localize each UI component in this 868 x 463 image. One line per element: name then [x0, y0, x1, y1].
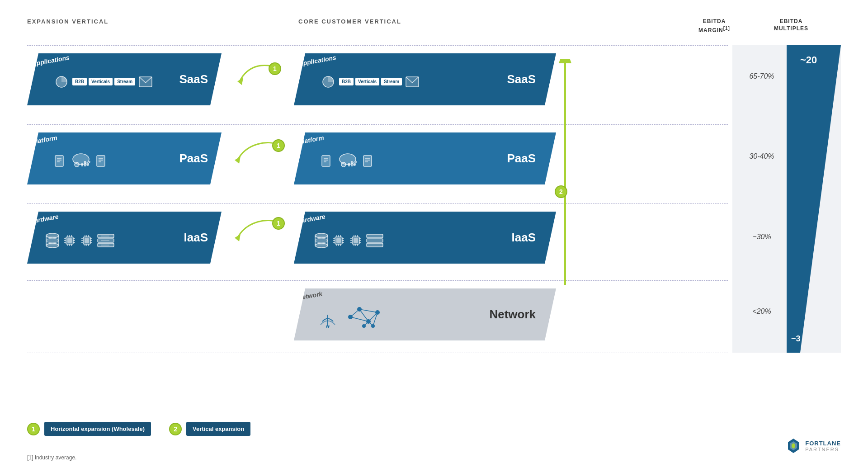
mail-icon-exp-saas: [139, 76, 152, 87]
docs-icon-core: [321, 155, 334, 167]
docs-icon: [54, 155, 67, 167]
brand-text-container: FORTLANE PARTNERS: [805, 440, 841, 452]
arrow-iaas: 1: [228, 213, 287, 256]
core-paas-service: PaaS: [507, 151, 536, 165]
antenna-icon: [319, 306, 337, 328]
svg-point-28: [341, 162, 346, 167]
pie-chart-icon-core: [321, 75, 335, 89]
svg-rect-30: [351, 161, 353, 166]
core-network-label: Network: [297, 290, 323, 301]
exp-paas-icons: [54, 152, 108, 170]
exp-iaas-service: IaaS: [184, 231, 208, 245]
exp-paas-label: Platform: [31, 134, 58, 146]
svg-point-84: [315, 238, 328, 243]
divider-top: [27, 45, 728, 46]
database-icon-core: [314, 232, 329, 249]
svg-rect-29: [348, 163, 350, 166]
svg-rect-45: [67, 238, 72, 243]
badge-paas: 1: [272, 139, 285, 152]
exp-saas-tags: B2B Verticals Stream: [72, 78, 135, 85]
badge-2: 2: [555, 185, 567, 198]
chip-icon-core-2: [349, 233, 363, 248]
svg-rect-100: [354, 238, 358, 243]
badge-2-circle: 2: [555, 185, 567, 198]
divider-bottom: [27, 353, 728, 353]
exp-saas-icons: B2B Verticals Stream: [54, 75, 152, 89]
badge-saas: 1: [269, 62, 281, 75]
arrow-saas: 1: [231, 59, 285, 102]
svg-rect-23: [322, 156, 330, 166]
header-ebitda-margin: EBITDAMARGIN[1]: [692, 18, 737, 34]
svg-rect-113: [367, 234, 383, 238]
tag-verticals: Verticals: [89, 78, 113, 85]
tag-b2b: B2B: [72, 78, 87, 85]
svg-rect-18: [97, 156, 105, 166]
chip-icon: [62, 233, 77, 248]
svg-point-81: [315, 243, 328, 248]
legend-item-1: 1 Horizontal expansion (Wholesale): [27, 422, 151, 436]
divider-3: [27, 280, 728, 281]
core-network-service: Network: [489, 307, 536, 321]
server-icon-core: [366, 233, 384, 248]
legend-badge-1: 1: [27, 423, 40, 435]
svg-rect-34: [363, 156, 372, 166]
svg-rect-115: [367, 243, 383, 247]
core-saas-label: Applications: [298, 54, 337, 67]
expansion-paas-block: Platform: [27, 132, 222, 184]
svg-marker-22: [235, 156, 241, 164]
core-saas-block: Applications B2B Verticals Stream: [294, 53, 556, 105]
badge-1-iaas: 1: [272, 217, 285, 230]
core-tag-stream: Stream: [381, 78, 402, 85]
core-paas-icons: [321, 152, 374, 170]
svg-rect-114: [367, 239, 383, 242]
badge-1-paas: 1: [272, 139, 285, 152]
legend-label-2: Vertical expansion: [186, 422, 250, 436]
core-iaas-block: Hardware: [294, 212, 556, 264]
legend-label-1: Horizontal expansion (Wholesale): [44, 422, 151, 436]
teal-wedge: ~20 ~3: [787, 45, 841, 353]
core-tag-verticals: Verticals: [355, 78, 379, 85]
ebitda-network: <20%: [741, 307, 782, 316]
exp-saas-label: Applications: [31, 54, 70, 67]
brand-logo: [785, 438, 802, 454]
brand-sub: PARTNERS: [805, 447, 841, 452]
header-expansion: EXPANSION VERTICAL: [27, 18, 108, 25]
header-core: CORE CUSTOMER VERTICAL: [298, 18, 401, 25]
docs-icon-2-core: [362, 155, 374, 167]
svg-marker-134: [787, 45, 841, 353]
svg-line-126: [350, 309, 359, 317]
core-tag-b2b: B2B: [339, 78, 354, 85]
core-saas-icons: B2B Verticals Stream: [321, 75, 419, 89]
diagram-area: Applications B2B Verticals Stream: [27, 45, 841, 400]
footnote: [1] Industry average.: [27, 454, 76, 461]
ebitda-iaas: ~30%: [741, 233, 782, 241]
brand-name: FORTLANE: [805, 440, 841, 447]
chip-icon-2: [80, 233, 94, 248]
svg-point-40: [46, 243, 59, 248]
multiple-bottom: ~3: [791, 334, 801, 344]
exp-saas-service: SaaS: [179, 72, 208, 86]
arrow-paas: 1: [228, 136, 287, 179]
exp-iaas-label: Hardware: [29, 213, 59, 225]
badge-iaas: 1: [272, 217, 285, 230]
page-container: EXPANSION VERTICAL CORE CUSTOMER VERTICA…: [0, 0, 868, 463]
svg-line-132: [368, 321, 373, 326]
badge-1-saas: 1: [269, 62, 281, 75]
expansion-iaas-block: Hardware: [27, 212, 222, 264]
core-iaas-label: Hardware: [296, 213, 326, 225]
chip-icon-core-1: [331, 233, 346, 248]
legend-item-2: 2 Vertical expansion: [169, 422, 250, 436]
tag-stream: Stream: [114, 78, 135, 85]
core-iaas-service: IaaS: [512, 231, 536, 245]
core-network-icons: [319, 306, 382, 328]
svg-point-43: [46, 238, 59, 243]
cloud-chart-icon: [70, 152, 92, 170]
expansion-saas-block: Applications B2B Verticals Stream: [27, 53, 222, 105]
core-network-block: Network: [294, 288, 556, 340]
exp-paas-service: PaaS: [179, 151, 208, 165]
svg-point-12: [75, 162, 79, 167]
header-ebitda-multiples: EBITDA MULTIPLES: [769, 18, 814, 32]
vertical-arrow-svg: [558, 59, 572, 289]
legend: 1 Horizontal expansion (Wholesale) 2 Ver…: [27, 422, 250, 436]
vertical-arrow-container: 2: [558, 59, 572, 289]
